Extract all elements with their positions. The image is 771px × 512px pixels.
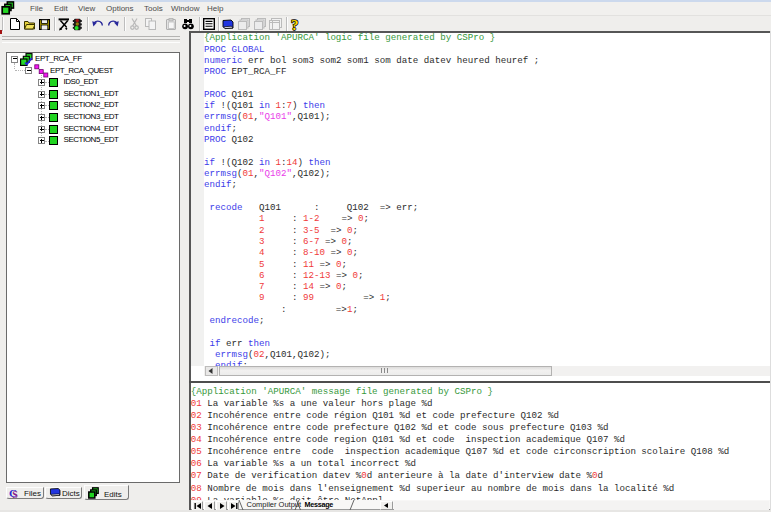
svg-text:?: ? <box>291 17 299 32</box>
svg-text:S: S <box>12 489 18 499</box>
